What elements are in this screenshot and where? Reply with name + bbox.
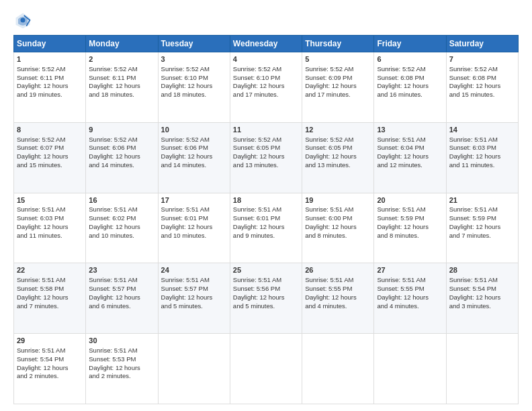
day-number: 2 bbox=[89, 54, 154, 64]
day-info-line: Sunrise: 5:51 AM bbox=[89, 347, 154, 355]
day-info-line: Sunset: 6:10 PM bbox=[233, 74, 299, 83]
day-info-line: Sunset: 6:01 PM bbox=[233, 214, 299, 223]
day-cell: 29Sunrise: 5:51 AMSunset: 5:54 PMDayligh… bbox=[14, 334, 86, 404]
day-info-line: Sunset: 6:09 PM bbox=[305, 74, 371, 83]
day-cell bbox=[158, 334, 230, 404]
day-info-line: and 9 minutes. bbox=[233, 232, 299, 240]
page: SundayMondayTuesdayWednesdayThursdayFrid… bbox=[0, 0, 532, 411]
day-info-line: Sunrise: 5:51 AM bbox=[449, 205, 515, 214]
day-cell: 1Sunrise: 5:52 AMSunset: 6:11 PMDaylight… bbox=[14, 52, 86, 123]
day-info-line: Daylight: 12 hours bbox=[377, 82, 443, 91]
day-number: 21 bbox=[449, 195, 515, 205]
day-info-line: Sunrise: 5:52 AM bbox=[233, 136, 299, 144]
day-info-line: Daylight: 12 hours bbox=[89, 223, 154, 232]
week-row-2: 8Sunrise: 5:52 AMSunset: 6:07 PMDaylight… bbox=[14, 122, 519, 193]
day-number: 25 bbox=[233, 265, 299, 275]
day-cell: 5Sunrise: 5:52 AMSunset: 6:09 PMDaylight… bbox=[302, 52, 374, 123]
day-cell: 16Sunrise: 5:51 AMSunset: 6:02 PMDayligh… bbox=[86, 193, 158, 263]
day-info-line: Sunrise: 5:51 AM bbox=[449, 136, 515, 144]
week-row-1: 1Sunrise: 5:52 AMSunset: 6:11 PMDaylight… bbox=[14, 52, 519, 123]
day-info-line: Daylight: 12 hours bbox=[305, 152, 371, 161]
day-number: 27 bbox=[377, 265, 443, 275]
day-info-line: Sunset: 6:06 PM bbox=[89, 144, 154, 152]
day-number: 29 bbox=[17, 336, 83, 346]
day-cell: 10Sunrise: 5:52 AMSunset: 6:06 PMDayligh… bbox=[158, 122, 230, 193]
header-cell-tuesday: Tuesday bbox=[158, 36, 230, 52]
day-number: 30 bbox=[89, 336, 154, 346]
day-info-line: Sunset: 6:03 PM bbox=[17, 214, 83, 223]
day-cell bbox=[302, 334, 374, 404]
day-info-line: Sunset: 6:03 PM bbox=[449, 144, 515, 152]
day-info-line: Sunset: 6:00 PM bbox=[305, 214, 371, 223]
day-number: 15 bbox=[17, 195, 83, 205]
day-info-line: Sunset: 6:10 PM bbox=[161, 74, 227, 83]
day-info-line: Sunrise: 5:51 AM bbox=[233, 205, 299, 214]
day-info-line: Sunset: 5:59 PM bbox=[377, 214, 443, 223]
day-info-line: Daylight: 12 hours bbox=[89, 293, 154, 302]
day-info-line: Daylight: 12 hours bbox=[161, 223, 227, 232]
day-cell: 8Sunrise: 5:52 AMSunset: 6:07 PMDaylight… bbox=[14, 122, 86, 193]
day-info-line: Sunset: 5:55 PM bbox=[305, 285, 371, 293]
day-info-line: Sunrise: 5:52 AM bbox=[449, 65, 515, 74]
day-info-line: and 8 minutes. bbox=[305, 232, 371, 240]
day-cell: 28Sunrise: 5:51 AMSunset: 5:54 PMDayligh… bbox=[446, 263, 518, 334]
day-number: 7 bbox=[449, 54, 515, 64]
day-info-line: Daylight: 12 hours bbox=[17, 152, 83, 161]
day-info-line: Sunset: 5:58 PM bbox=[17, 285, 83, 293]
day-info-line: Sunrise: 5:51 AM bbox=[305, 276, 371, 285]
day-info-line: Sunset: 5:57 PM bbox=[161, 285, 227, 293]
day-number: 26 bbox=[305, 265, 371, 275]
day-cell: 11Sunrise: 5:52 AMSunset: 6:05 PMDayligh… bbox=[230, 122, 302, 193]
day-cell: 22Sunrise: 5:51 AMSunset: 5:58 PMDayligh… bbox=[14, 263, 86, 334]
day-info-line: and 17 minutes. bbox=[233, 91, 299, 99]
day-info-line: Sunset: 6:11 PM bbox=[89, 74, 154, 83]
day-number: 8 bbox=[17, 125, 83, 135]
day-cell: 7Sunrise: 5:52 AMSunset: 6:08 PMDaylight… bbox=[446, 52, 518, 123]
day-info-line: Daylight: 12 hours bbox=[17, 223, 83, 232]
day-info-line: and 17 minutes. bbox=[305, 91, 371, 99]
day-info-line: Sunrise: 5:52 AM bbox=[17, 65, 83, 74]
day-info-line: Daylight: 12 hours bbox=[161, 293, 227, 302]
day-cell bbox=[374, 334, 446, 404]
day-info-line: Sunrise: 5:52 AM bbox=[233, 65, 299, 74]
day-info-line: Sunset: 5:54 PM bbox=[17, 355, 83, 364]
day-info-line: Daylight: 12 hours bbox=[449, 223, 515, 232]
day-info-line: Daylight: 12 hours bbox=[89, 82, 154, 91]
day-info-line: Daylight: 12 hours bbox=[449, 293, 515, 302]
day-info-line: Sunrise: 5:52 AM bbox=[377, 65, 443, 74]
day-info-line: Sunset: 6:02 PM bbox=[89, 214, 154, 223]
day-cell bbox=[446, 334, 518, 404]
day-cell: 9Sunrise: 5:52 AMSunset: 6:06 PMDaylight… bbox=[86, 122, 158, 193]
header-cell-saturday: Saturday bbox=[446, 36, 518, 52]
day-number: 18 bbox=[233, 195, 299, 205]
day-cell: 2Sunrise: 5:52 AMSunset: 6:11 PMDaylight… bbox=[86, 52, 158, 123]
day-info-line: and 8 minutes. bbox=[377, 232, 443, 240]
day-cell: 19Sunrise: 5:51 AMSunset: 6:00 PMDayligh… bbox=[302, 193, 374, 263]
day-info-line: and 3 minutes. bbox=[449, 302, 515, 311]
day-cell: 20Sunrise: 5:51 AMSunset: 5:59 PMDayligh… bbox=[374, 193, 446, 263]
day-info-line: and 15 minutes. bbox=[449, 91, 515, 99]
day-info-line: Sunset: 6:08 PM bbox=[377, 74, 443, 83]
day-info-line: Daylight: 12 hours bbox=[89, 152, 154, 161]
day-number: 14 bbox=[449, 125, 515, 135]
day-number: 4 bbox=[233, 54, 299, 64]
day-info-line: and 4 minutes. bbox=[305, 302, 371, 311]
day-number: 10 bbox=[161, 125, 227, 135]
day-info-line: Sunrise: 5:51 AM bbox=[233, 276, 299, 285]
day-number: 28 bbox=[449, 265, 515, 275]
day-info-line: Daylight: 12 hours bbox=[233, 223, 299, 232]
day-info-line: Daylight: 12 hours bbox=[17, 82, 83, 91]
day-info-line: and 12 minutes. bbox=[377, 161, 443, 170]
header-cell-sunday: Sunday bbox=[14, 36, 86, 52]
day-info-line: Sunset: 6:01 PM bbox=[161, 214, 227, 223]
day-info-line: Sunrise: 5:52 AM bbox=[161, 136, 227, 144]
day-info-line: Sunrise: 5:52 AM bbox=[305, 136, 371, 144]
day-number: 16 bbox=[89, 195, 154, 205]
day-number: 3 bbox=[161, 54, 227, 64]
day-info-line: Sunset: 5:56 PM bbox=[233, 285, 299, 293]
day-info-line: Daylight: 12 hours bbox=[305, 293, 371, 302]
day-info-line: Sunrise: 5:51 AM bbox=[161, 205, 227, 214]
day-info-line: and 4 minutes. bbox=[377, 302, 443, 311]
svg-point-1 bbox=[21, 18, 26, 23]
day-info-line: and 5 minutes. bbox=[161, 302, 227, 311]
